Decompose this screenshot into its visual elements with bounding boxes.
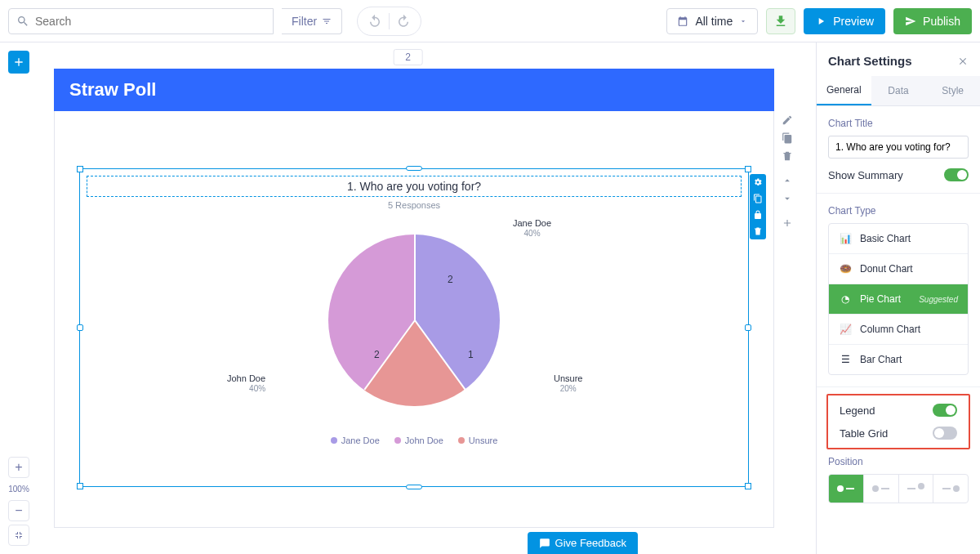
time-label: All time: [695, 15, 733, 28]
chart-toolbar: [750, 174, 766, 239]
filter-button[interactable]: Filter: [282, 8, 342, 34]
legend-label: Legend: [840, 404, 875, 417]
donut-chart-icon: 🍩: [839, 262, 852, 275]
legend-toggle[interactable]: [933, 404, 957, 417]
legend-item: Unsure: [458, 436, 497, 445]
add-element-button[interactable]: [8, 51, 29, 74]
page-down-button[interactable]: [777, 190, 797, 208]
undo-icon[interactable]: [368, 14, 382, 29]
download-button[interactable]: [766, 8, 795, 34]
chevron-down-icon: [782, 193, 793, 204]
chart-title[interactable]: 1. Who are you voting for?: [87, 176, 742, 197]
settings-title: Chart Settings: [828, 54, 912, 68]
preview-label: Preview: [833, 15, 874, 28]
chart-copy-button[interactable]: [750, 190, 766, 207]
chart-title-label: Chart Title: [828, 118, 969, 129]
download-icon: [773, 14, 788, 29]
main: 2 Straw Poll: [0, 42, 980, 554]
legend-tablegrid-group: Legend Table Grid: [826, 394, 970, 449]
resize-handle[interactable]: [745, 166, 751, 172]
page-body: 1. Who are you voting for? 5 Responses J…: [54, 111, 774, 528]
pie-label-jane: Jane Doe40%: [513, 218, 551, 239]
section-chart-title: Chart Title Show Summary: [817, 106, 980, 194]
chart-subtitle: 5 Responses: [80, 200, 748, 210]
chart-type-donut[interactable]: 🍩 Donut Chart: [829, 254, 968, 284]
play-icon: [815, 16, 826, 27]
close-icon[interactable]: [957, 56, 969, 67]
page-add-button[interactable]: [777, 214, 797, 232]
position-left[interactable]: [864, 475, 899, 503]
pie-label-john: John Doe40%: [227, 373, 265, 394]
pie-value-jane: 2: [448, 274, 453, 285]
position-bottom[interactable]: [829, 475, 864, 503]
chart-title-input[interactable]: [828, 136, 969, 159]
position-top[interactable]: [899, 475, 934, 503]
tab-general[interactable]: General: [817, 76, 871, 105]
chart-lock-button[interactable]: [750, 207, 766, 223]
time-filter-button[interactable]: All time: [666, 8, 758, 34]
chevron-up-icon: [782, 175, 793, 186]
publish-button[interactable]: Publish: [893, 8, 972, 34]
plus-icon: [12, 56, 25, 69]
zoom-out-button[interactable]: −: [8, 500, 29, 521]
chart-block[interactable]: 1. Who are you voting for? 5 Responses J…: [79, 168, 749, 487]
chart-legend: Jane Doe John Doe Unsure: [80, 436, 748, 445]
report-page: Straw Poll: [54, 69, 774, 528]
top-bar: Filter All time Preview Publish: [0, 0, 980, 42]
search-icon: [16, 15, 29, 28]
resize-handle[interactable]: [77, 483, 83, 489]
position-right[interactable]: [933, 475, 968, 503]
zoom-in-button[interactable]: +: [8, 457, 29, 478]
show-summary-toggle[interactable]: [944, 168, 969, 181]
feedback-button[interactable]: Give Feedback: [528, 532, 638, 554]
share-icon: [905, 16, 916, 27]
chart-type-pie[interactable]: ◔ Pie Chart Suggested: [829, 284, 968, 315]
chevron-down-icon: [739, 17, 747, 25]
resize-handle[interactable]: [745, 483, 751, 489]
copy-icon: [782, 132, 793, 144]
page-delete-button[interactable]: [777, 147, 797, 165]
chart-type-list: 📊 Basic Chart 🍩 Donut Chart ◔ Pie Chart …: [828, 223, 969, 375]
publish-label: Publish: [923, 15, 960, 28]
preview-button[interactable]: Preview: [804, 8, 885, 34]
zoom-level: 100%: [8, 481, 29, 497]
resize-handle[interactable]: [406, 166, 422, 171]
tablegrid-toggle[interactable]: [933, 427, 957, 440]
zoom-fit-button[interactable]: [8, 525, 29, 546]
redo-icon[interactable]: [396, 14, 411, 29]
column-chart-icon: 📈: [839, 323, 852, 336]
trash-icon: [782, 150, 793, 162]
resize-handle[interactable]: [406, 485, 422, 489]
trash-icon: [753, 226, 763, 236]
pie-value-unsure: 1: [468, 349, 474, 360]
chart-delete-button[interactable]: [750, 223, 766, 239]
calendar-icon: [677, 16, 688, 27]
search-input[interactable]: [8, 8, 274, 34]
edit-icon: [782, 114, 793, 126]
page-copy-button[interactable]: [777, 129, 797, 147]
feedback-icon: [539, 538, 550, 549]
page-number-tab[interactable]: 2: [393, 49, 423, 65]
page-title[interactable]: Straw Poll: [54, 69, 774, 111]
canvas-area: 2 Straw Poll: [0, 42, 816, 554]
filter-label: Filter: [292, 15, 317, 28]
tab-data[interactable]: Data: [871, 76, 926, 105]
page-up-button[interactable]: [777, 172, 797, 190]
tab-style[interactable]: Style: [925, 76, 980, 105]
pie-graphic: [328, 235, 500, 406]
page-edit-button[interactable]: [777, 111, 797, 129]
settings-tabs: General Data Style: [817, 76, 980, 106]
chart-type-basic[interactable]: 📊 Basic Chart: [829, 224, 968, 254]
chart-type-column[interactable]: 📈 Column Chart: [829, 315, 968, 345]
pie-value-john: 2: [374, 349, 380, 360]
pie-chart: Jane Doe40% Unsure20% John Doe40% 2 1 2: [80, 218, 748, 431]
settings reason-panel: Chart Settings General Data Style Chart …: [816, 42, 980, 554]
tablegrid-label: Table Grid: [840, 427, 888, 440]
section-chart-type: Chart Type 📊 Basic Chart 🍩 Donut Chart ◔…: [817, 194, 980, 387]
chart-type-bar[interactable]: ☰ Bar Chart: [829, 345, 968, 374]
chart-settings-button[interactable]: [750, 174, 766, 190]
resize-handle[interactable]: [77, 166, 83, 172]
legend-item: John Doe: [394, 436, 443, 445]
page-tools: [777, 111, 797, 232]
collapse-icon: [14, 530, 24, 540]
